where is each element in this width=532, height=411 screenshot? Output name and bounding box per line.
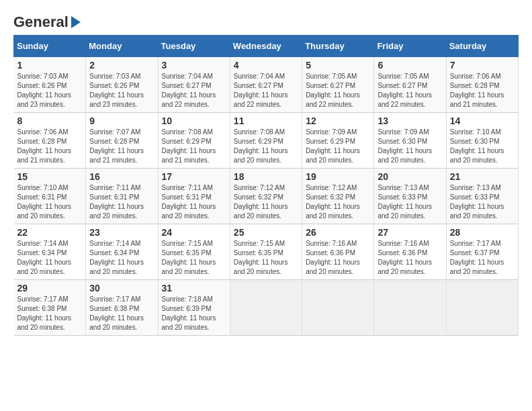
day-number: 3 <box>162 60 226 71</box>
week-row-3: 15Sunrise: 7:10 AMSunset: 6:31 PMDayligh… <box>14 169 519 224</box>
day-number: 28 <box>450 227 515 238</box>
day-cell: 20Sunrise: 7:13 AMSunset: 6:33 PMDayligh… <box>374 169 446 224</box>
day-cell: 28Sunrise: 7:17 AMSunset: 6:37 PMDayligh… <box>446 224 518 280</box>
day-cell: 26Sunrise: 7:16 AMSunset: 6:36 PMDayligh… <box>302 224 374 280</box>
svg-marker-0 <box>71 16 81 28</box>
day-cell: 18Sunrise: 7:12 AMSunset: 6:32 PMDayligh… <box>230 169 302 224</box>
day-info: Sunrise: 7:06 AMSunset: 6:28 PMDaylight:… <box>450 72 515 109</box>
day-number: 30 <box>89 283 154 293</box>
day-cell <box>446 280 518 336</box>
day-cell: 25Sunrise: 7:15 AMSunset: 6:35 PMDayligh… <box>230 224 302 280</box>
header-cell-friday: Friday <box>374 36 446 57</box>
day-number: 4 <box>234 60 298 71</box>
header-cell-wednesday: Wednesday <box>230 36 302 57</box>
day-cell: 17Sunrise: 7:11 AMSunset: 6:31 PMDayligh… <box>158 169 230 224</box>
day-info: Sunrise: 7:03 AMSunset: 6:26 PMDaylight:… <box>89 72 154 109</box>
day-info: Sunrise: 7:14 AMSunset: 6:34 PMDaylight:… <box>89 239 154 277</box>
day-cell: 30Sunrise: 7:17 AMSunset: 6:38 PMDayligh… <box>86 280 158 336</box>
day-info: Sunrise: 7:11 AMSunset: 6:31 PMDaylight:… <box>162 183 226 221</box>
day-cell: 4Sunrise: 7:04 AMSunset: 6:27 PMDaylight… <box>230 57 302 113</box>
day-info: Sunrise: 7:13 AMSunset: 6:33 PMDaylight:… <box>450 183 515 221</box>
day-number: 12 <box>306 116 370 126</box>
day-cell: 11Sunrise: 7:08 AMSunset: 6:29 PMDayligh… <box>230 113 302 169</box>
day-cell: 15Sunrise: 7:10 AMSunset: 6:31 PMDayligh… <box>14 169 86 224</box>
day-number: 14 <box>450 116 515 126</box>
week-row-1: 1Sunrise: 7:03 AMSunset: 6:26 PMDaylight… <box>14 57 519 113</box>
day-number: 17 <box>162 171 226 182</box>
day-cell: 31Sunrise: 7:18 AMSunset: 6:39 PMDayligh… <box>158 280 230 336</box>
calendar-body: 1Sunrise: 7:03 AMSunset: 6:26 PMDaylight… <box>14 57 519 336</box>
day-cell: 27Sunrise: 7:16 AMSunset: 6:36 PMDayligh… <box>374 224 446 280</box>
day-info: Sunrise: 7:12 AMSunset: 6:32 PMDaylight:… <box>234 183 298 221</box>
day-number: 10 <box>162 116 226 126</box>
day-number: 20 <box>378 171 442 182</box>
day-info: Sunrise: 7:04 AMSunset: 6:27 PMDaylight:… <box>234 72 298 109</box>
day-cell: 9Sunrise: 7:07 AMSunset: 6:28 PMDaylight… <box>86 113 158 169</box>
day-number: 13 <box>378 116 442 126</box>
logo-bird-icon <box>70 15 82 30</box>
header-cell-sunday: Sunday <box>14 36 86 57</box>
week-row-4: 22Sunrise: 7:14 AMSunset: 6:34 PMDayligh… <box>14 224 519 280</box>
day-info: Sunrise: 7:10 AMSunset: 6:30 PMDaylight:… <box>450 128 515 165</box>
day-cell: 7Sunrise: 7:06 AMSunset: 6:28 PMDaylight… <box>446 57 518 113</box>
day-number: 16 <box>89 171 154 182</box>
header-cell-monday: Monday <box>86 36 158 57</box>
day-info: Sunrise: 7:16 AMSunset: 6:36 PMDaylight:… <box>378 239 442 277</box>
calendar-table: SundayMondayTuesdayWednesdayThursdayFrid… <box>13 35 519 336</box>
day-info: Sunrise: 7:04 AMSunset: 6:27 PMDaylight:… <box>162 72 226 109</box>
logo-general: General <box>13 13 69 31</box>
day-number: 18 <box>234 171 298 182</box>
day-number: 7 <box>450 60 515 71</box>
day-info: Sunrise: 7:08 AMSunset: 6:29 PMDaylight:… <box>162 128 226 165</box>
day-number: 5 <box>306 60 370 71</box>
day-info: Sunrise: 7:15 AMSunset: 6:35 PMDaylight:… <box>234 239 298 277</box>
day-number: 9 <box>89 116 154 126</box>
day-number: 23 <box>89 227 154 238</box>
day-info: Sunrise: 7:05 AMSunset: 6:27 PMDaylight:… <box>306 72 370 109</box>
day-cell <box>374 280 446 336</box>
day-cell <box>302 280 374 336</box>
day-info: Sunrise: 7:11 AMSunset: 6:31 PMDaylight:… <box>89 183 154 221</box>
day-info: Sunrise: 7:09 AMSunset: 6:30 PMDaylight:… <box>378 128 442 165</box>
calendar-header: SundayMondayTuesdayWednesdayThursdayFrid… <box>14 36 519 57</box>
week-row-2: 8Sunrise: 7:06 AMSunset: 6:28 PMDaylight… <box>14 113 519 169</box>
day-info: Sunrise: 7:10 AMSunset: 6:31 PMDaylight:… <box>17 183 83 221</box>
day-cell: 24Sunrise: 7:15 AMSunset: 6:35 PMDayligh… <box>158 224 230 280</box>
day-number: 15 <box>17 171 83 182</box>
day-cell: 22Sunrise: 7:14 AMSunset: 6:34 PMDayligh… <box>14 224 86 280</box>
day-cell: 12Sunrise: 7:09 AMSunset: 6:29 PMDayligh… <box>302 113 374 169</box>
day-cell: 13Sunrise: 7:09 AMSunset: 6:30 PMDayligh… <box>374 113 446 169</box>
day-number: 11 <box>234 116 298 126</box>
day-info: Sunrise: 7:18 AMSunset: 6:39 PMDaylight:… <box>162 295 226 332</box>
day-number: 6 <box>378 60 442 71</box>
header-row: SundayMondayTuesdayWednesdayThursdayFrid… <box>14 36 519 57</box>
day-number: 27 <box>378 227 442 238</box>
day-number: 8 <box>17 116 83 126</box>
day-number: 2 <box>89 60 154 71</box>
day-cell: 14Sunrise: 7:10 AMSunset: 6:30 PMDayligh… <box>446 113 518 169</box>
day-number: 19 <box>306 171 370 182</box>
day-info: Sunrise: 7:17 AMSunset: 6:38 PMDaylight:… <box>89 295 154 332</box>
header-cell-tuesday: Tuesday <box>158 36 230 57</box>
day-cell: 19Sunrise: 7:12 AMSunset: 6:32 PMDayligh… <box>302 169 374 224</box>
day-cell: 2Sunrise: 7:03 AMSunset: 6:26 PMDaylight… <box>86 57 158 113</box>
day-info: Sunrise: 7:15 AMSunset: 6:35 PMDaylight:… <box>162 239 226 277</box>
day-info: Sunrise: 7:17 AMSunset: 6:37 PMDaylight:… <box>450 239 515 277</box>
day-info: Sunrise: 7:06 AMSunset: 6:28 PMDaylight:… <box>17 128 83 165</box>
logo: General <box>13 13 82 28</box>
day-cell: 29Sunrise: 7:17 AMSunset: 6:38 PMDayligh… <box>14 280 86 336</box>
day-number: 1 <box>17 60 83 71</box>
week-row-5: 29Sunrise: 7:17 AMSunset: 6:38 PMDayligh… <box>14 280 519 336</box>
day-number: 21 <box>450 171 515 182</box>
day-cell: 16Sunrise: 7:11 AMSunset: 6:31 PMDayligh… <box>86 169 158 224</box>
day-info: Sunrise: 7:07 AMSunset: 6:28 PMDaylight:… <box>89 128 154 165</box>
day-cell: 1Sunrise: 7:03 AMSunset: 6:26 PMDaylight… <box>14 57 86 113</box>
day-info: Sunrise: 7:14 AMSunset: 6:34 PMDaylight:… <box>17 239 83 277</box>
header-cell-thursday: Thursday <box>302 36 374 57</box>
day-info: Sunrise: 7:17 AMSunset: 6:38 PMDaylight:… <box>17 295 83 332</box>
day-number: 26 <box>306 227 370 238</box>
day-cell: 3Sunrise: 7:04 AMSunset: 6:27 PMDaylight… <box>158 57 230 113</box>
day-info: Sunrise: 7:13 AMSunset: 6:33 PMDaylight:… <box>378 183 442 221</box>
day-info: Sunrise: 7:05 AMSunset: 6:27 PMDaylight:… <box>378 72 442 109</box>
day-number: 25 <box>234 227 298 238</box>
